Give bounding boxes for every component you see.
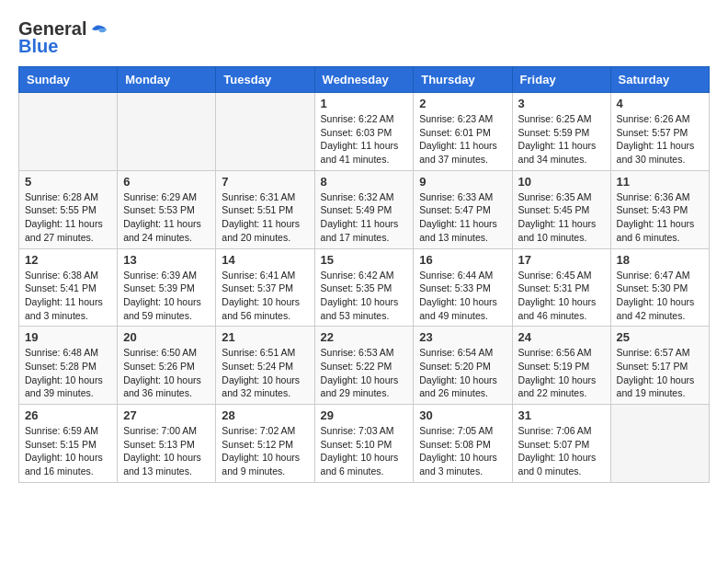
day-info: Sunrise: 6:48 AM Sunset: 5:28 PM Dayligh…: [25, 346, 111, 400]
day-number: 22: [321, 330, 408, 344]
page-header: General Blue: [18, 18, 710, 57]
calendar-cell: 30Sunrise: 7:05 AM Sunset: 5:08 PM Dayli…: [414, 405, 512, 483]
day-info: Sunrise: 6:23 AM Sunset: 6:01 PM Dayligh…: [419, 112, 506, 167]
calendar-week-3: 12Sunrise: 6:38 AM Sunset: 5:41 PM Dayli…: [19, 248, 710, 327]
calendar-cell: [118, 93, 216, 171]
header-thursday: Thursday: [414, 67, 512, 93]
day-number: 25: [617, 330, 703, 344]
calendar-cell: [610, 405, 709, 483]
header-saturday: Saturday: [610, 67, 709, 93]
calendar-cell: 31Sunrise: 7:06 AM Sunset: 5:07 PM Dayli…: [512, 405, 610, 483]
calendar-cell: 24Sunrise: 6:56 AM Sunset: 5:19 PM Dayli…: [512, 327, 610, 405]
day-number: 6: [123, 175, 210, 189]
calendar-cell: 11Sunrise: 6:36 AM Sunset: 5:43 PM Dayli…: [610, 170, 709, 248]
day-info: Sunrise: 7:06 AM Sunset: 5:07 PM Dayligh…: [518, 424, 605, 478]
day-info: Sunrise: 6:54 AM Sunset: 5:20 PM Dayligh…: [419, 346, 506, 400]
header-tuesday: Tuesday: [216, 67, 314, 93]
day-info: Sunrise: 6:28 AM Sunset: 5:55 PM Dayligh…: [25, 190, 111, 245]
calendar-cell: 8Sunrise: 6:32 AM Sunset: 5:49 PM Daylig…: [314, 170, 414, 248]
day-info: Sunrise: 7:00 AM Sunset: 5:13 PM Dayligh…: [123, 424, 210, 478]
day-number: 2: [419, 97, 506, 110]
calendar-cell: 28Sunrise: 7:02 AM Sunset: 5:12 PM Dayli…: [216, 405, 314, 483]
day-info: Sunrise: 6:50 AM Sunset: 5:26 PM Dayligh…: [123, 346, 210, 400]
day-info: Sunrise: 6:39 AM Sunset: 5:39 PM Dayligh…: [123, 269, 210, 323]
calendar-cell: 9Sunrise: 6:33 AM Sunset: 5:47 PM Daylig…: [414, 170, 512, 248]
calendar-cell: 15Sunrise: 6:42 AM Sunset: 5:35 PM Dayli…: [314, 248, 414, 327]
calendar-cell: 25Sunrise: 6:57 AM Sunset: 5:17 PM Dayli…: [610, 327, 709, 405]
calendar-cell: 7Sunrise: 6:31 AM Sunset: 5:51 PM Daylig…: [216, 170, 314, 248]
day-info: Sunrise: 6:32 AM Sunset: 5:49 PM Dayligh…: [321, 190, 408, 245]
day-info: Sunrise: 6:59 AM Sunset: 5:15 PM Dayligh…: [25, 424, 111, 478]
day-number: 8: [321, 175, 408, 189]
day-number: 12: [25, 253, 111, 267]
day-number: 23: [419, 330, 506, 344]
day-info: Sunrise: 6:31 AM Sunset: 5:51 PM Dayligh…: [222, 190, 308, 245]
day-number: 19: [25, 330, 111, 344]
day-number: 7: [222, 175, 308, 189]
day-number: 21: [222, 330, 308, 344]
day-number: 1: [321, 97, 408, 110]
day-number: 18: [617, 253, 703, 267]
calendar-header-row: SundayMondayTuesdayWednesdayThursdayFrid…: [19, 67, 710, 93]
day-number: 20: [123, 330, 210, 344]
calendar-cell: 4Sunrise: 6:26 AM Sunset: 5:57 PM Daylig…: [610, 93, 709, 171]
calendar-cell: 27Sunrise: 7:00 AM Sunset: 5:13 PM Dayli…: [118, 405, 216, 483]
calendar-cell: 23Sunrise: 6:54 AM Sunset: 5:20 PM Dayli…: [414, 327, 512, 405]
header-friday: Friday: [512, 67, 610, 93]
day-info: Sunrise: 6:44 AM Sunset: 5:33 PM Dayligh…: [419, 269, 506, 323]
calendar-cell: 16Sunrise: 6:44 AM Sunset: 5:33 PM Dayli…: [414, 248, 512, 327]
day-info: Sunrise: 7:03 AM Sunset: 5:10 PM Dayligh…: [321, 424, 408, 478]
calendar-cell: [216, 93, 314, 171]
calendar-cell: 5Sunrise: 6:28 AM Sunset: 5:55 PM Daylig…: [19, 170, 118, 248]
logo-blue: Blue: [18, 36, 58, 57]
day-number: 9: [419, 175, 506, 189]
day-info: Sunrise: 6:35 AM Sunset: 5:45 PM Dayligh…: [518, 190, 605, 245]
day-number: 16: [419, 253, 506, 267]
day-info: Sunrise: 6:47 AM Sunset: 5:30 PM Dayligh…: [617, 269, 703, 323]
calendar-cell: 17Sunrise: 6:45 AM Sunset: 5:31 PM Dayli…: [512, 248, 610, 327]
day-info: Sunrise: 6:41 AM Sunset: 5:37 PM Dayligh…: [222, 269, 308, 323]
day-number: 13: [123, 253, 210, 267]
calendar-cell: 12Sunrise: 6:38 AM Sunset: 5:41 PM Dayli…: [19, 248, 118, 327]
day-number: 26: [25, 408, 111, 422]
day-info: Sunrise: 6:25 AM Sunset: 5:59 PM Dayligh…: [518, 112, 605, 167]
day-info: Sunrise: 6:56 AM Sunset: 5:19 PM Dayligh…: [518, 346, 605, 400]
day-number: 4: [617, 97, 703, 110]
calendar-cell: 14Sunrise: 6:41 AM Sunset: 5:37 PM Dayli…: [216, 248, 314, 327]
calendar-cell: 29Sunrise: 7:03 AM Sunset: 5:10 PM Dayli…: [314, 405, 414, 483]
calendar-cell: 1Sunrise: 6:22 AM Sunset: 6:03 PM Daylig…: [314, 93, 414, 171]
calendar-cell: 20Sunrise: 6:50 AM Sunset: 5:26 PM Dayli…: [118, 327, 216, 405]
calendar-cell: 19Sunrise: 6:48 AM Sunset: 5:28 PM Dayli…: [19, 327, 118, 405]
header-monday: Monday: [118, 67, 216, 93]
logo: General Blue: [18, 18, 110, 57]
calendar-cell: 22Sunrise: 6:53 AM Sunset: 5:22 PM Dayli…: [314, 327, 414, 405]
header-wednesday: Wednesday: [314, 67, 414, 93]
calendar-week-5: 26Sunrise: 6:59 AM Sunset: 5:15 PM Dayli…: [19, 405, 710, 483]
calendar-cell: [19, 93, 118, 171]
calendar-week-2: 5Sunrise: 6:28 AM Sunset: 5:55 PM Daylig…: [19, 170, 710, 248]
day-info: Sunrise: 6:22 AM Sunset: 6:03 PM Dayligh…: [321, 112, 408, 167]
calendar-cell: 2Sunrise: 6:23 AM Sunset: 6:01 PM Daylig…: [414, 93, 512, 171]
calendar-cell: 3Sunrise: 6:25 AM Sunset: 5:59 PM Daylig…: [512, 93, 610, 171]
day-number: 10: [518, 175, 605, 189]
day-info: Sunrise: 7:05 AM Sunset: 5:08 PM Dayligh…: [419, 424, 506, 478]
calendar-cell: 26Sunrise: 6:59 AM Sunset: 5:15 PM Dayli…: [19, 405, 118, 483]
day-number: 24: [518, 330, 605, 344]
day-info: Sunrise: 6:26 AM Sunset: 5:57 PM Dayligh…: [617, 112, 703, 167]
day-number: 14: [222, 253, 308, 267]
day-info: Sunrise: 6:29 AM Sunset: 5:53 PM Dayligh…: [123, 190, 210, 245]
calendar-table: SundayMondayTuesdayWednesdayThursdayFrid…: [18, 66, 710, 483]
calendar-week-1: 1Sunrise: 6:22 AM Sunset: 6:03 PM Daylig…: [19, 93, 710, 171]
day-info: Sunrise: 6:33 AM Sunset: 5:47 PM Dayligh…: [419, 190, 506, 245]
header-sunday: Sunday: [19, 67, 118, 93]
logo-bird-icon: [88, 22, 108, 37]
day-info: Sunrise: 6:51 AM Sunset: 5:24 PM Dayligh…: [222, 346, 308, 400]
day-number: 3: [518, 97, 605, 110]
day-number: 28: [222, 408, 308, 422]
day-number: 31: [518, 408, 605, 422]
day-info: Sunrise: 6:38 AM Sunset: 5:41 PM Dayligh…: [25, 269, 111, 323]
day-number: 29: [321, 408, 408, 422]
day-number: 15: [321, 253, 408, 267]
day-info: Sunrise: 6:53 AM Sunset: 5:22 PM Dayligh…: [321, 346, 408, 400]
day-number: 17: [518, 253, 605, 267]
